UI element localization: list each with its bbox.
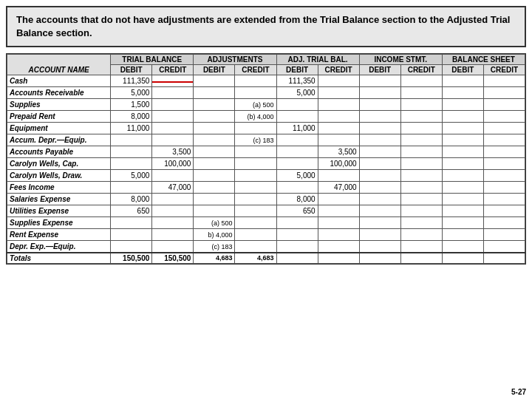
header-text: The accounts that do not have adjustment…: [16, 14, 510, 38]
table-row: Supplies1,500(a) 500: [7, 99, 525, 111]
adj-debit-header: DEBIT: [194, 65, 235, 75]
table-row: Prepaid Rent8,000(b) 4,000: [7, 111, 525, 123]
table-row: Carolyn Wells, Cap.100,000100,000: [7, 158, 525, 170]
col-income-stmt: INCOME STMT.: [359, 55, 442, 65]
bs-debit-header: DEBIT: [442, 65, 483, 75]
table-row: Depr. Exp.—Equip.(c) 183: [7, 241, 525, 253]
table-row: Fees Income47,00047,000: [7, 182, 525, 194]
table-row: Supplies Expense(a) 500: [7, 217, 525, 229]
col-trial-balance: TRIAL BALANCE: [111, 55, 194, 65]
table-row: Cash111,350111,350: [7, 75, 525, 87]
table-row: Salaries Expense8,0008,000: [7, 194, 525, 205]
tb-credit-header: CREDIT: [152, 65, 194, 75]
table-row: Accum. Depr.—Equip.(c) 183: [7, 134, 525, 146]
table-row: Accounts Payable3,5003,500: [7, 146, 525, 158]
table-row: Equipment11,00011,000: [7, 123, 525, 134]
table-row: Utilities Expense650650: [7, 205, 525, 217]
atb-debit-header: DEBIT: [276, 65, 318, 75]
atb-credit-header: CREDIT: [318, 65, 359, 75]
is-credit-header: CREDIT: [400, 65, 442, 75]
is-debit-header: DEBIT: [359, 65, 400, 75]
table-row: Carolyn Wells, Draw.5,0005,000: [7, 170, 525, 182]
col-balance-sheet: BALANCE SHEET: [442, 55, 525, 65]
adj-credit-header: CREDIT: [235, 65, 276, 75]
table-row: Accounts Receivable5,0005,000: [7, 87, 525, 99]
page-number: 5-27: [511, 388, 526, 396]
bs-credit-header: CREDIT: [483, 65, 525, 75]
col-adj-trial-bal: ADJ. TRIAL BAL.: [276, 55, 359, 65]
table-row: Totals150,500150,5004,6834,683: [7, 253, 525, 264]
table-row: Rent Expenseb) 4,000: [7, 229, 525, 241]
col-account-name: ACCOUNT NAME: [7, 55, 111, 75]
col-adjustments: ADJUSTMENTS: [194, 55, 276, 65]
table-container: ACCOUNT NAME TRIAL BALANCE ADJUSTMENTS A…: [6, 53, 526, 265]
tb-debit-header: DEBIT: [111, 65, 152, 75]
header-box: The accounts that do not have adjustment…: [6, 6, 526, 47]
